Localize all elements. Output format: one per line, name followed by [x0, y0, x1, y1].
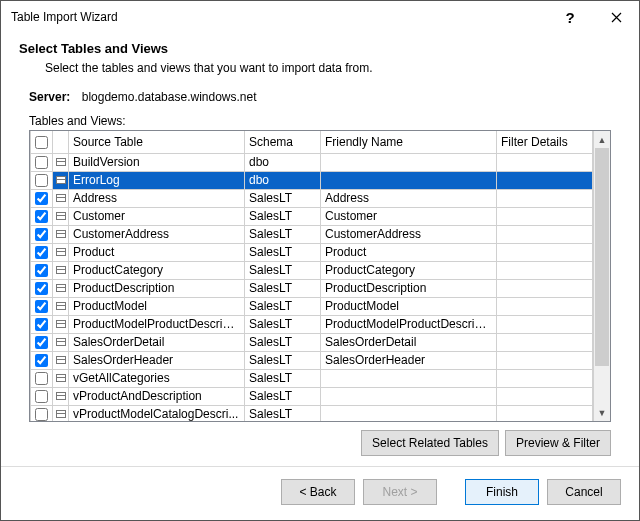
cell-schema: SalesLT: [245, 387, 321, 405]
preview-filter-button[interactable]: Preview & Filter: [505, 430, 611, 456]
cell-filter: [497, 261, 593, 279]
row-checkbox[interactable]: [35, 354, 48, 367]
col-friendly-name[interactable]: Friendly Name: [321, 131, 497, 153]
cell-filter: [497, 369, 593, 387]
row-checkbox-cell[interactable]: [31, 279, 53, 297]
table-row[interactable]: vProductAndDescriptionSalesLT: [31, 387, 593, 405]
cell-source: ProductModel: [69, 297, 245, 315]
scroll-down-arrow[interactable]: ▼: [594, 404, 610, 421]
table-row[interactable]: AddressSalesLTAddress: [31, 189, 593, 207]
table-row[interactable]: ProductModelProductDescript...SalesLTPro…: [31, 315, 593, 333]
header-checkbox-cell[interactable]: [31, 131, 53, 153]
grid-actions: Select Related Tables Preview & Filter: [29, 430, 611, 456]
row-checkbox[interactable]: [35, 336, 48, 349]
select-all-checkbox[interactable]: [35, 136, 48, 149]
row-checkbox[interactable]: [35, 156, 48, 169]
cell-friendly: ProductModelProductDescript...: [321, 315, 497, 333]
row-checkbox[interactable]: [35, 210, 48, 223]
row-checkbox[interactable]: [35, 246, 48, 259]
row-checkbox[interactable]: [35, 390, 48, 403]
cell-schema: SalesLT: [245, 369, 321, 387]
row-checkbox[interactable]: [35, 264, 48, 277]
window-title: Table Import Wizard: [11, 10, 547, 24]
cell-friendly: ProductDescription: [321, 279, 497, 297]
cell-filter: [497, 171, 593, 189]
row-checkbox-cell[interactable]: [31, 405, 53, 421]
table-row[interactable]: vProductModelCatalogDescri...SalesLT: [31, 405, 593, 421]
row-checkbox-cell[interactable]: [31, 315, 53, 333]
scroll-track[interactable]: [594, 148, 610, 404]
cell-schema: SalesLT: [245, 207, 321, 225]
row-checkbox[interactable]: [35, 192, 48, 205]
row-checkbox-cell[interactable]: [31, 207, 53, 225]
row-checkbox[interactable]: [35, 174, 48, 187]
row-checkbox[interactable]: [35, 372, 48, 385]
row-checkbox[interactable]: [35, 228, 48, 241]
cell-friendly: SalesOrderDetail: [321, 333, 497, 351]
row-checkbox-cell[interactable]: [31, 243, 53, 261]
row-checkbox[interactable]: [35, 282, 48, 295]
cell-source: SalesOrderHeader: [69, 351, 245, 369]
row-checkbox-cell[interactable]: [31, 153, 53, 171]
row-checkbox-cell[interactable]: [31, 225, 53, 243]
cell-filter: [497, 279, 593, 297]
row-checkbox-cell[interactable]: [31, 189, 53, 207]
cell-source: Address: [69, 189, 245, 207]
cell-friendly: SalesOrderHeader: [321, 351, 497, 369]
table-row[interactable]: SalesOrderHeaderSalesLTSalesOrderHeader: [31, 351, 593, 369]
cell-schema: SalesLT: [245, 261, 321, 279]
select-related-button[interactable]: Select Related Tables: [361, 430, 499, 456]
vertical-scrollbar[interactable]: ▲ ▼: [593, 131, 610, 421]
row-checkbox-cell[interactable]: [31, 171, 53, 189]
table-row[interactable]: ProductModelSalesLTProductModel: [31, 297, 593, 315]
tables-grid[interactable]: Source Table Schema Friendly Name Filter…: [29, 130, 611, 422]
help-button[interactable]: ?: [547, 1, 593, 33]
cell-filter: [497, 297, 593, 315]
cell-filter: [497, 225, 593, 243]
row-checkbox-cell[interactable]: [31, 369, 53, 387]
scroll-thumb[interactable]: [595, 148, 609, 366]
finish-button[interactable]: Finish: [465, 479, 539, 505]
table-icon: [53, 189, 69, 207]
row-checkbox[interactable]: [35, 318, 48, 331]
cell-schema: dbo: [245, 153, 321, 171]
row-checkbox[interactable]: [35, 300, 48, 313]
table-row[interactable]: SalesOrderDetailSalesLTSalesOrderDetail: [31, 333, 593, 351]
cell-friendly: [321, 369, 497, 387]
row-checkbox-cell[interactable]: [31, 333, 53, 351]
close-button[interactable]: [593, 1, 639, 33]
table-icon: [53, 279, 69, 297]
back-button[interactable]: < Back: [281, 479, 355, 505]
col-schema[interactable]: Schema: [245, 131, 321, 153]
col-source-table[interactable]: Source Table: [69, 131, 245, 153]
cell-friendly: Product: [321, 243, 497, 261]
row-checkbox-cell[interactable]: [31, 351, 53, 369]
table-row[interactable]: ProductDescriptionSalesLTProductDescript…: [31, 279, 593, 297]
row-checkbox-cell[interactable]: [31, 387, 53, 405]
table-row[interactable]: BuildVersiondbo: [31, 153, 593, 171]
table-row[interactable]: ProductSalesLTProduct: [31, 243, 593, 261]
table-row[interactable]: ErrorLogdbo: [31, 171, 593, 189]
table-row[interactable]: CustomerSalesLTCustomer: [31, 207, 593, 225]
table-icon: [53, 297, 69, 315]
table-row[interactable]: ProductCategorySalesLTProductCategory: [31, 261, 593, 279]
table-row[interactable]: vGetAllCategoriesSalesLT: [31, 369, 593, 387]
scroll-up-arrow[interactable]: ▲: [594, 131, 610, 148]
cell-filter: [497, 315, 593, 333]
cell-source: ProductModelProductDescript...: [69, 315, 245, 333]
col-filter-details[interactable]: Filter Details: [497, 131, 593, 153]
row-checkbox-cell[interactable]: [31, 261, 53, 279]
table-icon: [53, 153, 69, 171]
table-icon: [53, 351, 69, 369]
cell-source: vGetAllCategories: [69, 369, 245, 387]
cancel-button[interactable]: Cancel: [547, 479, 621, 505]
cell-filter: [497, 351, 593, 369]
table-row[interactable]: CustomerAddressSalesLTCustomerAddress: [31, 225, 593, 243]
cell-friendly: ProductModel: [321, 297, 497, 315]
cell-friendly: CustomerAddress: [321, 225, 497, 243]
row-checkbox[interactable]: [35, 408, 48, 421]
tables-views-label: Tables and Views:: [29, 114, 621, 128]
cell-source: Customer: [69, 207, 245, 225]
row-checkbox-cell[interactable]: [31, 297, 53, 315]
cell-schema: SalesLT: [245, 405, 321, 421]
